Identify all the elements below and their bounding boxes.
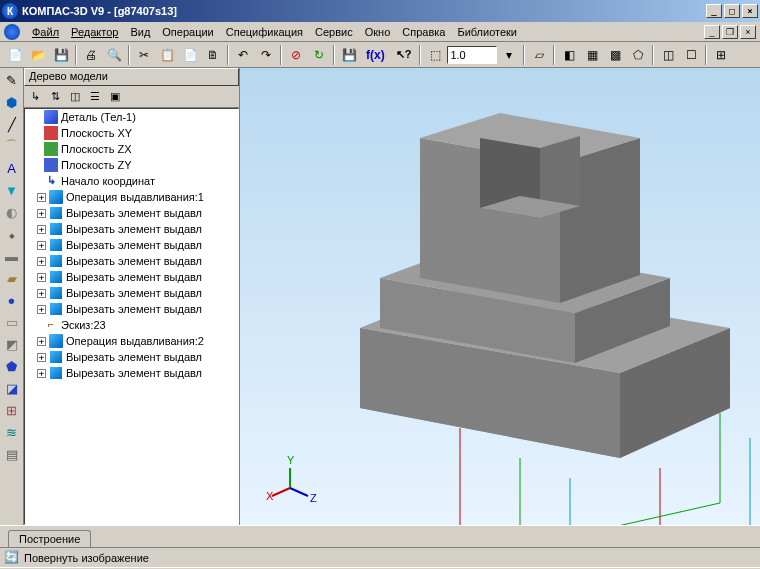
tree-item[interactable]: Плоскость ZX: [25, 141, 238, 157]
expand-icon[interactable]: +: [37, 193, 46, 202]
shade-button[interactable]: ◧: [558, 44, 580, 66]
print-button[interactable]: 🖨: [80, 44, 102, 66]
tree-item[interactable]: +Операция выдавливания:2: [25, 333, 238, 349]
expand-icon[interactable]: +: [37, 305, 46, 314]
refresh-button[interactable]: ↻: [308, 44, 330, 66]
tree-item[interactable]: +Вырезать элемент выдавл: [25, 221, 238, 237]
undo-button[interactable]: ↶: [232, 44, 254, 66]
cut-button[interactable]: ✂: [133, 44, 155, 66]
save-button[interactable]: 💾: [50, 44, 72, 66]
props-button[interactable]: 🗎: [202, 44, 224, 66]
tree-axis-icon[interactable]: ↳: [26, 88, 44, 106]
tree-item[interactable]: +Вырезать элемент выдавл: [25, 349, 238, 365]
tree-item[interactable]: +Вырезать элемент выдавл: [25, 301, 238, 317]
filter-icon[interactable]: ▼: [2, 180, 22, 200]
expand-icon[interactable]: +: [37, 289, 46, 298]
expand-icon[interactable]: +: [37, 209, 46, 218]
body2-icon[interactable]: ▰: [2, 268, 22, 288]
tree-item[interactable]: +Вырезать элемент выдавл: [25, 205, 238, 221]
cut-icon: [49, 302, 63, 316]
orient-button[interactable]: ◫: [657, 44, 679, 66]
extrude-icon[interactable]: ⬢: [2, 92, 22, 112]
paste-button[interactable]: 📄: [179, 44, 201, 66]
accuracy-button[interactable]: ⊞: [710, 44, 732, 66]
tree-item[interactable]: +Вырезать элемент выдавл: [25, 253, 238, 269]
menu-help[interactable]: Справка: [396, 24, 451, 40]
expand-icon[interactable]: +: [37, 225, 46, 234]
mdi-minimize[interactable]: _: [704, 25, 720, 39]
redo-button[interactable]: ↷: [255, 44, 277, 66]
plane-r-icon: [44, 126, 58, 140]
tree-split-icon[interactable]: ◫: [66, 88, 84, 106]
grid-icon[interactable]: ⊞: [2, 400, 22, 420]
simplify-button[interactable]: ☐: [680, 44, 702, 66]
copy-button[interactable]: 📋: [156, 44, 178, 66]
model-tree[interactable]: Деталь (Тел-1) Плоскость XYПлоскость ZXП…: [24, 108, 239, 525]
box-icon[interactable]: ◪: [2, 378, 22, 398]
tree-item[interactable]: +Вырезать элемент выдавл: [25, 269, 238, 285]
scale-dropdown[interactable]: ▾: [498, 44, 520, 66]
menu-file[interactable]: Файл: [26, 24, 65, 40]
tree-item[interactable]: Плоскость XY: [25, 125, 238, 141]
fold-icon[interactable]: ◩: [2, 334, 22, 354]
tree-toolbar: ↳ ⇅ ◫ ☰ ▣: [24, 86, 239, 108]
expand-icon[interactable]: +: [37, 241, 46, 250]
main-toolbar: 📄 📂 💾 🖨 🔍 ✂ 📋 📄 🗎 ↶ ↷ ⊘ ↻ 💾 f(x) ↖? ⬚ ▾ …: [0, 42, 760, 68]
3d-viewport[interactable]: X Y Z: [240, 68, 760, 525]
calc-icon[interactable]: ▤: [2, 444, 22, 464]
stop-button[interactable]: ⊘: [285, 44, 307, 66]
body1-icon[interactable]: ▬: [2, 246, 22, 266]
menu-window[interactable]: Окно: [359, 24, 397, 40]
expand-icon[interactable]: +: [37, 273, 46, 282]
close-button[interactable]: ×: [742, 4, 758, 18]
line-icon[interactable]: ╱: [2, 114, 22, 134]
wireframe2-button[interactable]: ▩: [604, 44, 626, 66]
surface-icon[interactable]: ◐: [2, 202, 22, 222]
wireframe1-button[interactable]: ▦: [581, 44, 603, 66]
tree-order-icon[interactable]: ⇅: [46, 88, 64, 106]
stamp-icon[interactable]: ⬟: [2, 356, 22, 376]
menu-specification[interactable]: Спецификация: [220, 24, 309, 40]
tree-collapse-icon[interactable]: ▣: [106, 88, 124, 106]
edit-sketch-icon[interactable]: ✎: [2, 70, 22, 90]
solid-icon[interactable]: ⬥: [2, 224, 22, 244]
expand-icon[interactable]: +: [37, 337, 46, 346]
sheet-icon[interactable]: ▭: [2, 312, 22, 332]
menu-libraries[interactable]: Библиотеки: [451, 24, 523, 40]
maximize-button[interactable]: □: [724, 4, 740, 18]
persp-button[interactable]: ⬠: [627, 44, 649, 66]
help-context-button[interactable]: ↖?: [391, 44, 417, 66]
tree-item[interactable]: +Операция выдавливания:1: [25, 189, 238, 205]
view-plane-button[interactable]: ▱: [528, 44, 550, 66]
expand-icon[interactable]: +: [37, 369, 46, 378]
tree-item[interactable]: +Вырезать элемент выдавл: [25, 237, 238, 253]
arc-icon[interactable]: ⌒: [2, 136, 22, 156]
tree-root-item[interactable]: Деталь (Тел-1): [25, 109, 238, 125]
text-icon[interactable]: A: [2, 158, 22, 178]
minimize-button[interactable]: _: [706, 4, 722, 18]
menu-operations[interactable]: Операции: [156, 24, 219, 40]
mdi-close[interactable]: ×: [740, 25, 756, 39]
expand-icon[interactable]: +: [37, 353, 46, 362]
fx-button[interactable]: f(x): [361, 44, 390, 66]
preview-button[interactable]: 🔍: [103, 44, 125, 66]
tab-construction[interactable]: Построение: [8, 530, 91, 547]
menu-view[interactable]: Вид: [124, 24, 156, 40]
tree-item[interactable]: ↳Начало координат: [25, 173, 238, 189]
zoom-window-button[interactable]: ⬚: [424, 44, 446, 66]
new-button[interactable]: 📄: [4, 44, 26, 66]
tree-list-icon[interactable]: ☰: [86, 88, 104, 106]
measure-icon[interactable]: ≋: [2, 422, 22, 442]
menu-service[interactable]: Сервис: [309, 24, 359, 40]
menu-editor[interactable]: Редактор: [65, 24, 124, 40]
mdi-restore[interactable]: ❐: [722, 25, 738, 39]
scale-input[interactable]: [447, 46, 497, 64]
tree-item[interactable]: +Вырезать элемент выдавл: [25, 285, 238, 301]
tree-item[interactable]: ⌐Эскиз:23: [25, 317, 238, 333]
expand-icon[interactable]: +: [37, 257, 46, 266]
save-doc-button[interactable]: 💾: [338, 44, 360, 66]
tree-item[interactable]: +Вырезать элемент выдавл: [25, 365, 238, 381]
tree-item[interactable]: Плоскость ZY: [25, 157, 238, 173]
open-button[interactable]: 📂: [27, 44, 49, 66]
sphere-icon[interactable]: ●: [2, 290, 22, 310]
